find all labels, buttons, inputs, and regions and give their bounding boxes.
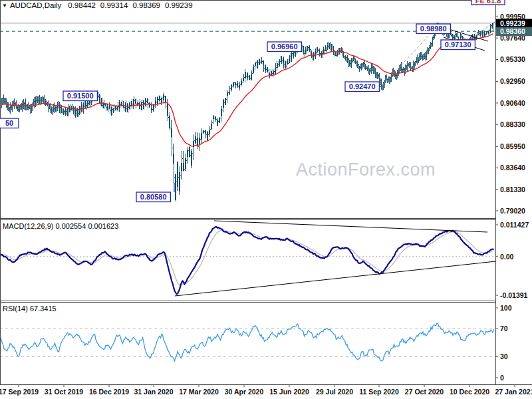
chart-window: 0.999500.976400.953300.929500.906400.883… [0, 0, 532, 399]
panel-borders [0, 0, 532, 384]
rsi-axis-label: 70 [500, 325, 508, 332]
clipped-price-label-text: 50 [5, 119, 13, 127]
price-label-text: 0.98980 [420, 25, 447, 33]
date-label: 17 Mar 2020 [179, 388, 219, 396]
macd-trendline [175, 261, 495, 296]
ohlc-bar-strokes [1, 23, 493, 201]
fe-label-text: FE 61.8 [475, 0, 501, 5]
price-axis-label: 0.95330 [500, 55, 525, 63]
price-axis-label: 0.90640 [500, 99, 525, 107]
current-price-badge-text: 0.99239 [500, 19, 525, 27]
price-bars [1, 23, 495, 201]
price-axis-label: 0.85950 [500, 142, 525, 150]
date-label: 17 Sep 2019 [0, 388, 39, 396]
price-label-text: 0.92470 [349, 82, 376, 90]
macd-axis-label: 0.00 [500, 253, 514, 261]
date-label: 27 Oct 2020 [405, 388, 444, 396]
price-label-text: 0.96960 [271, 43, 298, 51]
moving-average-line [1, 34, 493, 146]
rsi-axis-label: 0 [500, 374, 504, 382]
rsi-axis-label: 30 [500, 352, 508, 360]
date-label: 10 Dec 2020 [450, 388, 489, 396]
price-label-text: 0.91500 [67, 92, 94, 100]
price-axis-label: 0.92950 [500, 77, 525, 85]
date-label: 15 Jun 2020 [269, 388, 309, 396]
date-label: 29 Jul 2020 [316, 388, 353, 396]
macd-trendline [214, 221, 487, 232]
prev-close-badge-text: 0.98360 [500, 27, 525, 35]
date-label: 31 Oct 2019 [45, 388, 84, 396]
macd-main-line [0, 227, 494, 294]
price-label-text: 0.80580 [140, 193, 167, 201]
macd-axis-label: -0.01391 [500, 291, 528, 299]
price-axis-label: 0.79020 [500, 207, 525, 215]
date-label: 11 Sep 2020 [359, 388, 399, 396]
date-label: 27 Jan 2021 [495, 388, 532, 396]
price-annotations: 0.915000.805800.969600.924700.989800.971… [0, 0, 505, 202]
date-axis: 17 Sep 201931 Oct 201916 Dec 201931 Jan … [0, 384, 532, 396]
date-label: 31 Jan 2020 [134, 388, 174, 396]
rsi-axis-label: 100 [500, 304, 512, 312]
chart-canvas: 0.999500.976400.953300.929500.906400.883… [0, 0, 532, 399]
price-axis-label: 0.81330 [500, 186, 525, 194]
date-label: 16 Dec 2019 [89, 388, 129, 396]
macd-signal-line [0, 230, 494, 285]
price-axis: 0.999500.976400.953300.929500.906400.883… [495, 13, 532, 382]
price-label-text: 0.97130 [445, 41, 471, 49]
price-axis-label: 0.83640 [500, 164, 525, 172]
price-axis-label: 0.88330 [500, 120, 525, 128]
macd-axis-label: 0.011427 [500, 221, 529, 229]
date-label: 30 Apr 2020 [225, 388, 264, 396]
